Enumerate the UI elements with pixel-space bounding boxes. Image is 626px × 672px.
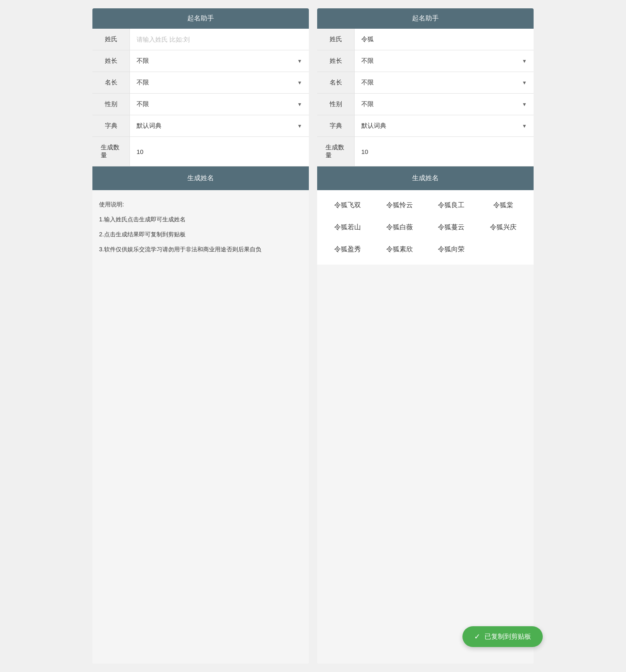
left-name-length-row: 名长 不限 ▼ bbox=[92, 72, 309, 94]
right-gender-arrow-icon: ▼ bbox=[522, 102, 527, 107]
result-item[interactable]: 令狐兴庆 bbox=[479, 221, 527, 234]
result-item[interactable]: 令狐若山 bbox=[324, 221, 372, 234]
right-surname-length-value: 不限 bbox=[361, 57, 374, 65]
result-item[interactable]: 令狐向荣 bbox=[427, 243, 475, 256]
result-item[interactable]: 令狐飞双 bbox=[324, 198, 372, 212]
right-dictionary-select[interactable]: 默认词典 ▼ bbox=[355, 115, 534, 136]
result-item[interactable]: 令狐良工 bbox=[427, 198, 475, 212]
left-surname-length-value: 不限 bbox=[137, 57, 149, 65]
left-dictionary-label: 字典 bbox=[92, 115, 130, 136]
result-item[interactable]: 令狐棠 bbox=[479, 198, 527, 212]
right-dictionary-row: 字典 默认词典 ▼ bbox=[317, 115, 534, 137]
right-panel: 起名助手 姓氏 姓长 不限 ▼ 名长 不限 ▼ 性别 不限 ▼ bbox=[317, 8, 534, 664]
left-dictionary-value: 默认词典 bbox=[137, 122, 161, 130]
left-surname-input-wrapper[interactable] bbox=[130, 29, 309, 50]
right-surname-length-row: 姓长 不限 ▼ bbox=[317, 50, 534, 72]
right-name-length-select[interactable]: 不限 ▼ bbox=[355, 72, 534, 93]
right-dictionary-value: 默认词典 bbox=[361, 122, 386, 130]
right-name-length-label: 名长 bbox=[317, 72, 355, 93]
right-gender-select[interactable]: 不限 ▼ bbox=[355, 94, 534, 115]
left-surname-length-arrow-icon: ▼ bbox=[297, 58, 302, 64]
right-surname-length-arrow-icon: ▼ bbox=[522, 58, 527, 64]
right-count-value-wrapper: 10 bbox=[355, 137, 534, 166]
left-name-length-select[interactable]: 不限 ▼ bbox=[130, 72, 309, 93]
left-dictionary-select[interactable]: 默认词典 ▼ bbox=[130, 115, 309, 136]
instructions-title: 使用说明: bbox=[99, 198, 302, 210]
left-dictionary-arrow-icon: ▼ bbox=[297, 123, 302, 129]
left-surname-row: 姓氏 bbox=[92, 29, 309, 50]
right-count-row: 生成数量 10 bbox=[317, 137, 534, 166]
left-count-value-wrapper: 10 bbox=[130, 137, 309, 166]
results-grid: 令狐飞双令狐怜云令狐良工令狐棠令狐若山令狐白薇令狐蔓云令狐兴庆令狐盈秀令狐素欣令… bbox=[324, 198, 527, 256]
left-count-value: 10 bbox=[137, 148, 144, 155]
left-generate-button[interactable]: 生成姓名 bbox=[92, 166, 309, 190]
left-count-row: 生成数量 10 bbox=[92, 137, 309, 166]
left-surname-label: 姓氏 bbox=[92, 29, 130, 50]
right-surname-input[interactable] bbox=[361, 36, 527, 43]
right-count-label: 生成数量 bbox=[317, 137, 355, 166]
left-dictionary-row: 字典 默认词典 ▼ bbox=[92, 115, 309, 137]
left-instructions: 使用说明: 1.输入姓氏点击生成即可生成姓名 2.点击生成结果即可复制到剪贴板 … bbox=[92, 190, 309, 267]
left-panel: 起名助手 姓氏 姓长 不限 ▼ 名长 不限 ▼ 性别 不限 ▼ bbox=[92, 8, 309, 664]
results-area: 令狐飞双令狐怜云令狐良工令狐棠令狐若山令狐白薇令狐蔓云令狐兴庆令狐盈秀令狐素欣令… bbox=[317, 190, 534, 265]
left-surname-input[interactable] bbox=[137, 36, 302, 43]
left-panel-header: 起名助手 bbox=[92, 8, 309, 29]
right-surname-label: 姓氏 bbox=[317, 29, 355, 50]
right-dictionary-label: 字典 bbox=[317, 115, 355, 136]
instructions-item-1: 1.输入姓氏点击生成即可生成姓名 bbox=[99, 213, 302, 225]
result-item[interactable]: 令狐素欣 bbox=[376, 243, 424, 256]
left-name-length-label: 名长 bbox=[92, 72, 130, 93]
right-name-length-value: 不限 bbox=[361, 79, 374, 87]
instructions-item-2: 2.点击生成结果即可复制到剪贴板 bbox=[99, 228, 302, 240]
left-surname-length-label: 姓长 bbox=[92, 50, 130, 72]
left-gender-value: 不限 bbox=[137, 100, 149, 108]
right-surname-input-wrapper[interactable] bbox=[355, 29, 534, 50]
right-name-length-row: 名长 不限 ▼ bbox=[317, 72, 534, 94]
left-count-label: 生成数量 bbox=[92, 137, 130, 166]
instructions-item-3: 3.软件仅供娱乐交流学习请勿用于非法和商业用途否则后果自负 bbox=[99, 243, 302, 255]
left-gender-select[interactable]: 不限 ▼ bbox=[130, 94, 309, 115]
left-surname-length-row: 姓长 不限 ▼ bbox=[92, 50, 309, 72]
right-count-value: 10 bbox=[361, 148, 368, 155]
check-icon: ✓ bbox=[474, 632, 480, 641]
left-gender-label: 性别 bbox=[92, 94, 130, 115]
right-gender-row: 性别 不限 ▼ bbox=[317, 94, 534, 115]
result-item[interactable]: 令狐盈秀 bbox=[324, 243, 372, 256]
right-panel-header: 起名助手 bbox=[317, 8, 534, 29]
result-item[interactable]: 令狐白薇 bbox=[376, 221, 424, 234]
right-surname-length-label: 姓长 bbox=[317, 50, 355, 72]
right-surname-length-select[interactable]: 不限 ▼ bbox=[355, 50, 534, 72]
right-generate-button[interactable]: 生成姓名 bbox=[317, 166, 534, 190]
left-name-length-value: 不限 bbox=[137, 79, 149, 87]
left-surname-length-select[interactable]: 不限 ▼ bbox=[130, 50, 309, 72]
right-gender-label: 性别 bbox=[317, 94, 355, 115]
right-surname-row: 姓氏 bbox=[317, 29, 534, 50]
result-item[interactable]: 令狐蔓云 bbox=[427, 221, 475, 234]
right-dictionary-arrow-icon: ▼ bbox=[522, 123, 527, 129]
right-name-length-arrow-icon: ▼ bbox=[522, 80, 527, 86]
left-gender-row: 性别 不限 ▼ bbox=[92, 94, 309, 115]
toast-label: 已复制到剪贴板 bbox=[484, 632, 531, 641]
right-gender-value: 不限 bbox=[361, 100, 374, 108]
result-item[interactable]: 令狐怜云 bbox=[376, 198, 424, 212]
left-gender-arrow-icon: ▼ bbox=[297, 102, 302, 107]
copy-toast: ✓ 已复制到剪贴板 bbox=[462, 626, 543, 647]
left-name-length-arrow-icon: ▼ bbox=[297, 80, 302, 86]
